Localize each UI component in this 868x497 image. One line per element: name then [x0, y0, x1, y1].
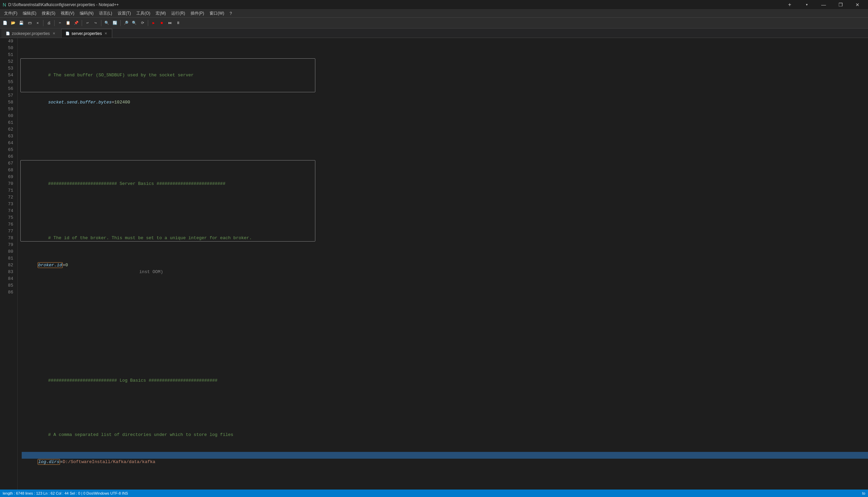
toolbar-replace[interactable]: 🔄 [111, 19, 119, 27]
line-52: ########################## Server Basics… [22, 174, 868, 181]
menu-macro[interactable]: 宏(M) [153, 10, 168, 17]
toolbar-sync[interactable]: ⟳ [139, 19, 146, 27]
line-49-text: # The send buffer (SO_SNDBUF) used by th… [38, 73, 194, 78]
toolbar-close[interactable]: ✕ [34, 19, 41, 27]
minimize-button[interactable]: — [816, 0, 832, 10]
toolbar-redo[interactable]: ↪ [92, 19, 99, 27]
tab-zookeeper-label: zookeeper.properties [12, 31, 50, 36]
status-bar: length : 6748 lines : 123 Ln : 62 Col : … [0, 489, 868, 497]
plus-button[interactable]: + [782, 0, 797, 10]
line-61: # A comma separated list of directories … [22, 425, 868, 431]
line-59: ########################## Log Basics ##… [22, 370, 868, 377]
menu-file[interactable]: 文件(F) [1, 10, 20, 17]
tab-server[interactable]: 📄 server.properties ✕ [61, 29, 112, 38]
line-63 [22, 479, 868, 486]
close-button[interactable]: ✕ [850, 0, 865, 10]
toolbar-open[interactable]: 📂 [10, 19, 17, 27]
toolbar-sep-3 [82, 20, 82, 26]
tabs-bar: 📄 zookeeper.properties ✕ 📄 server.proper… [0, 28, 868, 38]
toolbar-sep-4 [101, 20, 101, 26]
toolbar-sep-2 [54, 20, 55, 26]
menu-edit[interactable]: 编辑(E) [20, 10, 39, 17]
toolbar-save-all[interactable]: 🗃 [26, 19, 33, 27]
line-50-key: socket.send.buffer.bytes [38, 100, 112, 105]
chevron-button[interactable]: ▾ [799, 0, 814, 10]
menu-help[interactable]: ? [227, 11, 235, 17]
menu-settings[interactable]: 设置(T) [115, 10, 134, 17]
tab-server-icon: 📄 [65, 31, 70, 35]
toolbar-stop[interactable]: ■ [158, 19, 165, 27]
menu-search[interactable]: 搜索(S) [39, 10, 58, 17]
line-49: # The send buffer (SO_SNDBUF) used by th… [22, 65, 868, 72]
code-content[interactable]: # The send buffer (SO_SNDBUF) used by th… [18, 38, 868, 497]
log-dirs-key: log.dirs [38, 459, 60, 465]
line-51 [22, 119, 868, 126]
status-bar-left: length : 6748 lines : 123 Ln : 62 Col : … [3, 491, 128, 495]
toolbar-zoom-in[interactable]: 🔎 [122, 19, 130, 27]
toolbar-run[interactable]: ▶ [150, 19, 157, 27]
line-62: log.dirs=D:/SoftwareInstall/Kafka/data/k… [22, 452, 868, 459]
app-icon: N [3, 2, 6, 8]
toolbar-print[interactable]: 🖨 [45, 19, 53, 27]
title-bar-left: N D:\SoftwareInstall\Kafka\config\server… [3, 2, 119, 8]
menu-bar: 文件(F) 编辑(E) 搜索(S) 视图(V) 编码(N) 语言(L) 设置(T… [0, 10, 868, 18]
toolbar-sep-6 [148, 20, 148, 26]
title-text: D:\SoftwareInstall\Kafka\config\server.p… [8, 2, 119, 7]
tab-server-label: server.properties [72, 31, 102, 36]
menu-encoding[interactable]: 编码(N) [77, 10, 96, 17]
line-54: # The id of the broker. This must be set… [22, 228, 868, 235]
line-numbers: 49 50 51 52 53 54 55 56 57 58 59 60 61 6… [0, 38, 18, 497]
toolbar-undo[interactable]: ↩ [84, 19, 91, 27]
tab-zookeeper-close[interactable]: ✕ [52, 31, 56, 36]
code-area: 49 50 51 52 53 54 55 56 57 58 59 60 61 6… [0, 38, 868, 497]
menu-plugins[interactable]: 插件(P) [188, 10, 207, 17]
toolbar-save[interactable]: 💾 [18, 19, 25, 27]
toolbar-copy[interactable]: 📋 [64, 19, 72, 27]
toolbar-pause[interactable]: ⏸ [174, 19, 182, 27]
menu-run[interactable]: 运行(R) [168, 10, 188, 17]
line-56 [22, 282, 868, 289]
toolbar-paste[interactable]: 📌 [73, 19, 80, 27]
toolbar-new[interactable]: 📄 [1, 19, 9, 27]
menu-language[interactable]: 语言(L) [96, 10, 115, 17]
line-60 [22, 398, 868, 404]
toolbar-cut[interactable]: ✂ [56, 19, 64, 27]
line-50: socket.send.buffer.bytes=102400 [22, 92, 868, 99]
title-bar: N D:\SoftwareInstall\Kafka\config\server… [0, 0, 868, 10]
toolbar-sep-1 [43, 20, 43, 26]
restore-button[interactable]: ❐ [833, 0, 848, 10]
status-bar-right: to [862, 491, 865, 495]
tab-server-close[interactable]: ✕ [104, 31, 108, 36]
line-58 [22, 337, 868, 343]
toolbar-sep-5 [120, 20, 121, 26]
toolbar: 📄 📂 💾 🗃 ✕ 🖨 ✂ 📋 📌 ↩ ↪ 🔍 🔄 🔎 🔍 ⟳ ▶ ■ ⏭ ⏸ [0, 18, 868, 28]
line-57 [22, 309, 868, 316]
tab-zookeeper[interactable]: 📄 zookeeper.properties ✕ [1, 29, 60, 38]
toolbar-find[interactable]: 🔍 [103, 19, 111, 27]
tab-zookeeper-icon: 📄 [6, 31, 10, 35]
menu-view[interactable]: 视图(V) [58, 10, 77, 17]
menu-window[interactable]: 窗口(W) [207, 10, 227, 17]
line-55: broker.id=0 inst OOM) [22, 255, 868, 262]
title-bar-controls: + ▾ — ❐ ✕ [782, 0, 865, 10]
toolbar-zoom-out[interactable]: 🔍 [131, 19, 138, 27]
toolbar-step[interactable]: ⏭ [166, 19, 174, 27]
broker-id-key: broker.id [38, 262, 63, 268]
menu-tools[interactable]: 工具(O) [134, 10, 153, 17]
line-53 [22, 201, 868, 208]
